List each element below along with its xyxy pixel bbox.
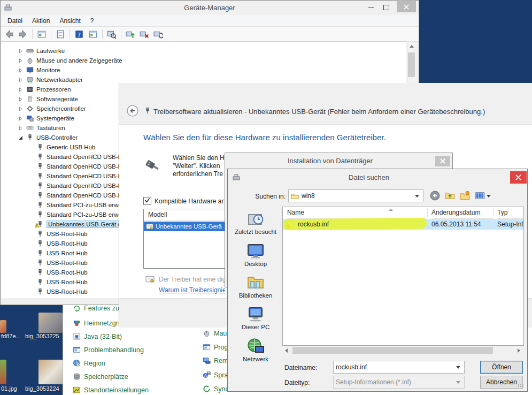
filename-combobox[interactable]: rockusb.inf	[333, 361, 465, 374]
tree-item-monitore[interactable]: Monitore	[1, 65, 397, 75]
scan-for-changes-icon[interactable]	[153, 29, 163, 39]
minimize-button[interactable]	[368, 7, 374, 8]
forward-icon[interactable]	[18, 29, 28, 39]
desktop-icon	[247, 242, 264, 260]
back-icon[interactable]	[4, 29, 14, 39]
file-dialog-close-button[interactable]	[510, 171, 527, 184]
cp-item-language[interactable]: Spra	[203, 371, 228, 379]
usb-icon	[36, 259, 44, 267]
back-button-icon[interactable]	[430, 191, 440, 201]
expander-icon[interactable]	[18, 68, 23, 73]
driver-icon	[146, 223, 153, 230]
usb-icon	[36, 143, 44, 151]
desktop-thumbnail-partial-1[interactable]	[0, 320, 6, 333]
disk-dialog-close-button[interactable]	[435, 156, 450, 166]
look-in-combobox[interactable]: win8	[288, 189, 423, 202]
menu-aktion[interactable]: Aktion	[27, 16, 55, 26]
view-menu-icon[interactable]	[475, 191, 485, 201]
expander-icon[interactable]	[18, 49, 23, 54]
programs-icon	[203, 343, 211, 351]
chevron-down-icon[interactable]	[415, 195, 419, 198]
place-network[interactable]: Netzwerk	[232, 338, 279, 362]
properties-icon[interactable]	[56, 29, 65, 39]
tree-item-laufwerke[interactable]: Laufwerke	[1, 46, 397, 56]
cp-item-programs[interactable]: Prog	[203, 343, 228, 351]
wizard-back-icon[interactable]	[127, 105, 138, 117]
scroll-right-icon[interactable]	[518, 348, 520, 353]
file-dialog-app-icon	[232, 173, 241, 181]
maximize-button[interactable]	[383, 5, 389, 10]
expander-icon[interactable]	[18, 116, 23, 121]
action-pane-icon[interactable]	[88, 29, 98, 39]
troubleshooting-icon	[73, 346, 81, 354]
menu-datei[interactable]: Datei	[3, 16, 27, 26]
file-dialog-title: Datei suchen	[228, 173, 510, 181]
cp-item-sync[interactable]: Sync	[203, 385, 229, 393]
column-header-name[interactable]: Name	[287, 207, 426, 219]
expander-icon[interactable]	[18, 78, 23, 82]
signature-link[interactable]: Warum ist Treibersignie	[159, 286, 225, 294]
cp-item-remote[interactable]: Rem	[203, 356, 228, 364]
wizard-instruction-3: erforderlichen Tre	[173, 170, 225, 178]
cancel-button[interactable]: Abbrechen	[480, 376, 523, 389]
desktop-icon-label[interactable]: big_3053224	[25, 385, 63, 392]
checkbox-checked-icon[interactable]	[143, 197, 151, 205]
update-driver-icon[interactable]	[126, 29, 135, 39]
menu-help[interactable]: ?	[86, 16, 99, 26]
usb-icon	[36, 182, 44, 189]
cp-item-features[interactable]: Features zu	[73, 304, 119, 312]
close-button[interactable]	[397, 1, 416, 12]
column-header-type[interactable]: Typ	[497, 207, 523, 219]
scrollbar-thumb[interactable]	[408, 52, 415, 77]
horizontal-scrollbar[interactable]	[282, 346, 524, 355]
monitor-icon	[26, 66, 34, 74]
desktop-icon-label[interactable]: fd87e...	[1, 333, 25, 339]
expander-icon[interactable]	[18, 107, 23, 111]
desktop-thumbnail-cat-2[interactable]	[38, 360, 63, 384]
cp-item-region[interactable]: Region	[73, 359, 105, 367]
device-manager-titlebar[interactable]: Geräte-Manager	[1, 1, 419, 15]
open-button[interactable]: Öffnen	[480, 361, 523, 374]
place-recent[interactable]: Zuletzt besucht	[232, 210, 279, 235]
new-folder-icon[interactable]	[460, 191, 470, 201]
desktop-icon-label[interactable]: big_3053225	[25, 333, 63, 339]
expander-icon[interactable]	[18, 87, 23, 92]
view-menu-caret-icon[interactable]	[487, 195, 491, 198]
computer-icon	[247, 306, 264, 323]
cp-item-java[interactable]: Java (32-Bit)	[73, 332, 122, 340]
expander-expanded-icon[interactable]	[18, 135, 23, 140]
show-console-tree-icon[interactable]	[37, 29, 47, 39]
place-desktop[interactable]: Desktop	[232, 242, 279, 267]
desktop-icon-label[interactable]: 01.jpg	[1, 385, 22, 392]
up-one-level-icon[interactable]	[445, 191, 455, 201]
resize-grip[interactable]	[518, 384, 524, 387]
usb-icon	[36, 230, 44, 238]
place-libraries[interactable]: Bibliotheken	[232, 274, 279, 299]
expander-icon[interactable]	[18, 126, 23, 131]
desktop-thumbnail-cat-1[interactable]	[38, 313, 63, 333]
uninstall-device-icon[interactable]	[140, 29, 149, 39]
cp-item-location-settings[interactable]: Standorteinstellungen	[73, 386, 149, 394]
column-header-modified[interactable]: Änderungsdatum	[431, 207, 493, 219]
screen: fd87e... big_3053225 01.jpg big_3053224 …	[0, 0, 532, 395]
file-dialog-titlebar[interactable]: Datei suchen	[228, 169, 527, 186]
help-icon[interactable]	[74, 29, 84, 39]
expander-icon[interactable]	[18, 58, 23, 63]
chevron-down-icon[interactable]	[456, 366, 460, 369]
menu-ansicht[interactable]: Ansicht	[55, 16, 85, 26]
compatible-hardware-checkbox-row[interactable]: Kompatible Hardware an	[143, 197, 224, 205]
tree-item-maeuse[interactable]: Mäuse und andere Zeigegeräte	[1, 56, 397, 65]
desktop-thumbnail-partial-2[interactable]	[0, 360, 6, 384]
scrollbar-up-icon[interactable]	[410, 45, 414, 48]
scan-hardware-icon[interactable]	[107, 29, 117, 39]
cp-item-troubleshooting[interactable]: Problembehandlung	[73, 346, 144, 354]
cp-item-mouse[interactable]: Mau	[203, 329, 227, 337]
cp-item-homegroup[interactable]: Heimnetzgru	[73, 319, 122, 327]
place-this-pc[interactable]: Dieser PC	[232, 306, 279, 330]
expander-icon[interactable]	[18, 97, 23, 102]
mouse-icon	[26, 57, 34, 64]
scroll-left-icon[interactable]	[285, 348, 288, 353]
cp-item-storage-spaces[interactable]: Speicherplätze	[73, 373, 128, 381]
hscroll-thumb[interactable]	[292, 347, 493, 354]
disk-dialog-titlebar[interactable]: Installation von Datenträger	[225, 153, 452, 169]
